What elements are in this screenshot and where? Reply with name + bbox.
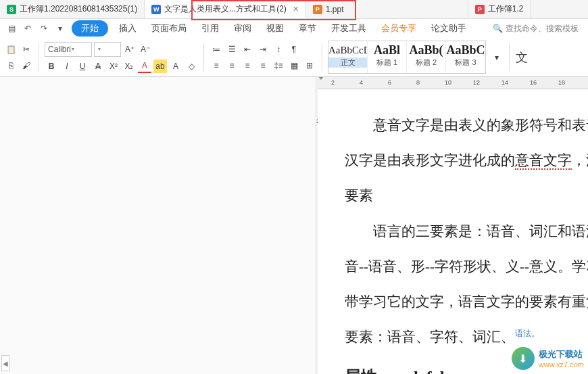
menu-insert[interactable]: 插入 — [112, 20, 143, 37]
tab-label: 1.ppt — [326, 5, 344, 14]
menu-start[interactable]: 开始 — [72, 20, 108, 37]
italic-button[interactable]: I — [60, 60, 74, 73]
tab-presentation[interactable]: P 1.ppt — [306, 0, 468, 18]
search-box[interactable]: 🔍 查找命令、搜索模板 — [487, 23, 584, 34]
style-heading1[interactable]: AaBl 标题 1 — [368, 41, 407, 73]
menu-review[interactable]: 审阅 — [227, 20, 258, 37]
redo-icon[interactable]: ↷ — [36, 21, 51, 36]
font-increase[interactable]: A⁺ — [123, 43, 137, 56]
copy-icon[interactable]: ⎘ — [4, 59, 18, 72]
paragraph[interactable]: 意音文字是由表义的象形符号和表音的 — [345, 110, 588, 141]
font-size-select[interactable]: ▾ — [94, 42, 121, 57]
ribbon-toolbar: 📋 ✂ ⎘ 🖌 Calibri▾ ▾ A⁺ A⁻ B I U A̶ X² X₂ … — [0, 38, 588, 77]
collapse-pane-button[interactable]: ◀ — [1, 355, 9, 371]
workbook-icon: P — [475, 5, 485, 14]
font-decrease[interactable]: A⁻ — [139, 43, 152, 56]
bullets-button[interactable]: ≔ — [210, 43, 223, 56]
sort-button[interactable]: ↕ — [272, 43, 285, 56]
shading-button[interactable]: ▦ — [287, 59, 301, 72]
tab-label: 文字是人类用表义...方式和工具(2) — [164, 3, 287, 15]
close-icon[interactable]: ✕ — [293, 5, 299, 14]
change-case-button[interactable]: A — [169, 60, 182, 73]
more-icon[interactable]: ▾ — [53, 21, 68, 36]
paragraph[interactable]: 音--语音、形--字符形状、义--意义。学习 — [345, 251, 588, 282]
bold-button[interactable]: B — [45, 60, 58, 73]
find-icon[interactable]: 文 — [515, 51, 529, 64]
document-area[interactable]: 2 4 6 8 10 12 14 16 18 意音文字是由表义的象形符号和表音的… — [318, 77, 588, 374]
align-center-button[interactable]: ≡ — [225, 59, 239, 72]
watermark-url: www.xz7.com — [539, 360, 584, 369]
menu-layout[interactable]: 页面布局 — [145, 20, 193, 37]
watermark: ⬇ 极光下载站 www.xz7.com — [512, 347, 584, 370]
cut-icon[interactable]: ✂ — [20, 43, 33, 56]
style-more-icon[interactable]: ▾ — [490, 51, 504, 64]
superscript-button[interactable]: X² — [107, 60, 120, 73]
tab-document-active[interactable]: W 文字是人类用表义...方式和工具(2) ✕ — [145, 0, 306, 18]
ppt-icon: P — [313, 5, 322, 14]
style-heading3[interactable]: AaBbC 标题 3 — [446, 41, 485, 73]
search-placeholder: 查找命令、搜索模板 — [506, 23, 579, 34]
menu-bar: ▤ ↶ ↷ ▾ 开始 插入 页面布局 引用 审阅 视图 章节 开发工具 会员专享… — [0, 19, 588, 38]
strike-button[interactable]: A̶ — [91, 60, 105, 73]
menu-paper[interactable]: 论文助手 — [424, 20, 473, 37]
indent-inc-button[interactable]: ⇥ — [256, 43, 270, 56]
tab-spreadsheet[interactable]: S 工作簿1.20220816081435325(1) — [0, 0, 145, 18]
font-name-select[interactable]: Calibri▾ — [45, 42, 92, 57]
show-marks-button[interactable]: ¶ — [287, 43, 301, 56]
font-color-button[interactable]: A — [138, 60, 151, 73]
style-gallery: AaBbCcD 正文 AaBl 标题 1 AaBb( 标题 2 AaBbC 标题… — [328, 41, 486, 74]
align-left-button[interactable]: ≡ — [210, 59, 223, 72]
paragraph[interactable]: 带学习它的文字，语言文字的要素有重复 — [345, 286, 588, 317]
align-right-button[interactable]: ≡ — [241, 59, 254, 72]
horizontal-ruler[interactable]: 2 4 6 8 10 12 14 16 18 — [318, 77, 588, 89]
style-normal[interactable]: AaBbCcD 正文 — [328, 41, 368, 73]
paste-icon[interactable]: 📋 — [4, 43, 18, 56]
paragraph[interactable]: 要素 — [345, 180, 588, 211]
word-icon: W — [151, 5, 161, 14]
subscript-button[interactable]: X₂ — [122, 60, 136, 73]
format-painter-icon[interactable]: 🖌 — [20, 59, 33, 72]
spreadsheet-icon: S — [7, 5, 16, 14]
border-button[interactable]: ⊞ — [303, 59, 316, 72]
save-icon[interactable]: ▤ — [4, 21, 19, 36]
menu-reference[interactable]: 引用 — [195, 20, 226, 37]
indent-dec-button[interactable]: ⇤ — [241, 43, 254, 56]
paragraph[interactable]: 语言的三要素是：语音、词汇和语法， — [345, 216, 588, 247]
document-page[interactable]: 意音文字是由表义的象形符号和表音的 汉字是由表形文字进化成的意音文字，汉 要素 … — [318, 89, 588, 374]
tab-label: 工作簿1.2 — [488, 3, 524, 15]
align-justify-button[interactable]: ≡ — [256, 59, 270, 72]
workspace: 2 ◀ 2 4 6 8 10 12 14 16 18 意音文字是由表义的象形符号… — [0, 77, 588, 374]
underline-button[interactable]: U — [76, 60, 89, 73]
tab-workbook2[interactable]: P 工作簿1.2 — [468, 0, 531, 18]
menu-dev[interactable]: 开发工具 — [324, 20, 373, 37]
tab-bar: S 工作簿1.20220816081435325(1) W 文字是人类用表义..… — [0, 0, 588, 19]
search-icon: 🔍 — [493, 24, 503, 33]
tab-label: 工作簿1.20220816081435325(1) — [20, 3, 137, 15]
watermark-title: 极光下载站 — [539, 348, 584, 360]
navigation-pane: 2 ◀ — [0, 77, 318, 374]
numbering-button[interactable]: ☰ — [225, 43, 239, 56]
highlight-button[interactable]: ab — [153, 60, 167, 73]
menu-view[interactable]: 视图 — [260, 20, 291, 37]
clear-format-button[interactable]: ◇ — [185, 60, 198, 73]
menu-vip[interactable]: 会员专享 — [374, 20, 423, 37]
line-spacing-button[interactable]: ‡≡ — [272, 59, 285, 72]
menu-chapter[interactable]: 章节 — [292, 20, 323, 37]
style-heading2[interactable]: AaBb( 标题 2 — [407, 41, 446, 73]
undo-icon[interactable]: ↶ — [20, 21, 35, 36]
paragraph[interactable]: 汉字是由表形文字进化成的意音文字，汉 — [345, 145, 588, 176]
watermark-logo-icon: ⬇ — [512, 347, 535, 370]
